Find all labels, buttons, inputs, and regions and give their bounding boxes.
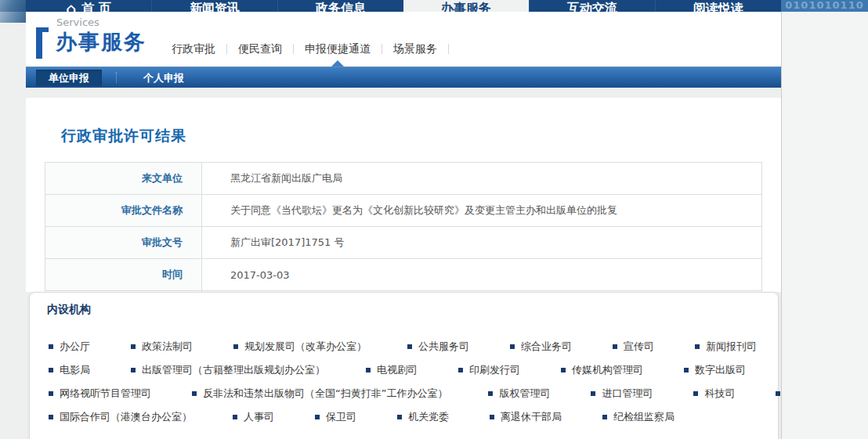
top-nav-item-home[interactable]: ⌂ 首 页	[26, 0, 151, 12]
tab-separator	[226, 44, 227, 54]
bullet-icon	[131, 344, 136, 349]
page-root: ⌂ 首 页 新闻资讯 政务信息 办事服务 互动交流 阅读悦读 010101011…	[0, 0, 868, 439]
org-row: 网络视听节目管理司 反非法和违禁出版物司（全国“扫黄打非”工作办公室） 版权管理…	[49, 382, 765, 405]
org-item[interactable]: 综合业务司	[510, 340, 572, 354]
bullet-icon	[49, 415, 53, 419]
bullet-icon	[49, 391, 53, 396]
bullet-icon	[695, 344, 700, 349]
bullet-icon	[233, 344, 238, 349]
org-item[interactable]: 电视剧司	[366, 363, 418, 377]
section-eyebrow: Services	[56, 16, 99, 28]
row-value: 关于同意《当代歌坛》更名为《文化创新比较研究》及变更主管主办和出版单位的批复	[202, 195, 762, 227]
home-icon: ⌂	[66, 2, 76, 12]
table-row: 审批文件名称 关于同意《当代歌坛》更名为《文化创新比较研究》及变更主管主办和出版…	[45, 195, 762, 227]
bullet-icon	[591, 391, 595, 396]
org-item[interactable]: 新闻报刊司	[695, 340, 757, 354]
top-nav-label: 新闻资讯	[190, 1, 240, 13]
bullet-icon	[366, 368, 371, 372]
row-label: 审批文号	[45, 227, 202, 259]
sub-nav-bar: 单位申报 个人申报	[26, 67, 781, 88]
org-item[interactable]: 国际合作司（港澳台办公室）	[49, 410, 192, 424]
org-item[interactable]: 出版管理司（古籍整理出版规划办公室）	[131, 363, 325, 377]
org-panel: 内设机构 办公厅 政策法制司 规划发展司（改革办公室） 公共服务司 综合业务司 …	[29, 292, 779, 439]
org-item[interactable]: 政策法制司	[131, 340, 193, 354]
section-title: 办事服务	[56, 28, 146, 56]
org-item[interactable]: 数字出版司	[684, 363, 746, 377]
org-item[interactable]: 反非法和违禁出版物司（全国“扫黄打非”工作办公室）	[192, 387, 447, 401]
top-nav-item-news[interactable]: 新闻资讯	[151, 0, 277, 12]
top-nav-label: 阅读悦读	[693, 1, 743, 13]
bullet-icon	[693, 391, 698, 396]
row-value: 黑龙江省新闻出版广电局	[202, 163, 762, 195]
top-nav-items: ⌂ 首 页 新闻资讯 政务信息 办事服务 互动交流 阅读悦读	[26, 0, 781, 12]
org-item[interactable]: 科技司	[693, 387, 735, 401]
top-nav-item-interaction[interactable]: 互动交流	[529, 0, 655, 12]
tab-convenience-query[interactable]: 便民查询	[238, 41, 282, 56]
org-item[interactable]: 保卫司	[315, 410, 356, 424]
banner-edge-decoration	[0, 0, 26, 12]
row-value: 新广出审[2017]1751 号	[202, 227, 762, 259]
bullet-icon	[510, 344, 515, 349]
org-item[interactable]: 人事司	[233, 410, 274, 424]
top-nav: ⌂ 首 页 新闻资讯 政务信息 办事服务 互动交流 阅读悦读 010101011…	[0, 0, 868, 12]
row-label: 时间	[45, 259, 202, 291]
org-list: 办公厅 政策法制司 规划发展司（改革办公室） 公共服务司 综合业务司 宣传司 新…	[49, 335, 765, 429]
bullet-icon	[488, 391, 493, 396]
row-label: 审批文件名称	[45, 195, 202, 227]
right-gutter	[782, 12, 868, 439]
org-item[interactable]: 离退休干部局	[490, 410, 562, 424]
section-tabs: 行政审批 便民查询 申报便捷通道 场景服务	[172, 41, 460, 56]
top-nav-label: 首 页	[81, 1, 111, 13]
org-item[interactable]: 版权管理司	[488, 387, 550, 401]
org-item[interactable]: 公共服务司	[407, 340, 469, 354]
bullet-icon	[131, 368, 136, 372]
org-item[interactable]: 办公厅	[49, 340, 90, 354]
org-row: 办公厅 政策法制司 规划发展司（改革办公室） 公共服务司 综合业务司 宣传司 新…	[49, 335, 765, 358]
org-item[interactable]: 纪检组监察局	[602, 410, 675, 424]
bullet-icon	[407, 344, 412, 349]
org-item[interactable]: 规划发展司（改革办公室）	[233, 340, 367, 354]
tab-declaration-channel[interactable]: 申报便捷通道	[305, 41, 371, 56]
table-row: 来文单位 黑龙江省新闻出版广电局	[45, 163, 762, 195]
bullet-icon	[397, 415, 402, 419]
org-row: 国际合作司（港澳台办公室） 人事司 保卫司 机关党委 离退休干部局 纪检组监察局	[49, 405, 765, 429]
tab-separator	[382, 44, 382, 54]
subnav-item-unit-declare[interactable]: 单位申报	[36, 70, 102, 86]
org-item[interactable]: 宣传司	[613, 340, 654, 354]
table-row: 审批文号 新广出审[2017]1751 号	[45, 227, 762, 259]
org-item[interactable]: 进口管理司	[591, 387, 653, 401]
bullet-icon	[602, 415, 607, 419]
banner-edge-decoration-tail	[0, 12, 26, 23]
page-title: 行政审批许可结果	[61, 126, 186, 146]
bullet-icon	[49, 344, 53, 349]
subnav-item-personal-declare[interactable]: 个人申报	[131, 70, 197, 86]
bullet-icon	[490, 415, 494, 419]
row-value: 2017-03-03	[202, 259, 762, 291]
subnav-separator	[116, 72, 117, 83]
org-item[interactable]: 印刷发行司	[458, 363, 520, 377]
bullet-icon	[49, 368, 53, 372]
top-nav-label: 政务信息	[316, 1, 366, 13]
top-nav-item-gov-info[interactable]: 政务信息	[277, 0, 403, 12]
binary-decoration: 0101010110	[781, 0, 868, 12]
bullet-icon	[233, 415, 237, 419]
result-table: 来文单位 黑龙江省新闻出版广电局 审批文件名称 关于同意《当代歌坛》更名为《文化…	[45, 162, 762, 291]
org-row: 电影局 出版管理司（古籍整理出版规划办公室） 电视剧司 印刷发行司 传媒机构管理…	[49, 358, 765, 382]
org-item[interactable]: 网络视听节目管理司	[49, 387, 151, 401]
org-item[interactable]: 电影局	[49, 363, 90, 377]
bullet-icon	[192, 391, 197, 396]
tab-scenario-services[interactable]: 场景服务	[393, 41, 437, 56]
org-item[interactable]: 机关党委	[397, 410, 449, 424]
org-panel-title: 内设机构	[47, 303, 91, 317]
tab-administrative-approval[interactable]: 行政审批	[172, 41, 215, 56]
table-row: 时间 2017-03-03	[45, 259, 762, 291]
top-nav-item-services[interactable]: 办事服务	[403, 0, 529, 12]
tab-separator	[448, 44, 449, 54]
result-panel: 行政审批许可结果 来文单位 黑龙江省新闻出版广电局 审批文件名称 关于同意《当代…	[26, 98, 781, 292]
bullet-icon	[613, 344, 617, 349]
tab-separator	[293, 44, 294, 54]
bullet-icon	[561, 368, 566, 372]
top-nav-item-reading[interactable]: 阅读悦读	[655, 0, 781, 12]
section-header: Services 办事服务 行政审批 便民查询 申报便捷通道 场景服务	[26, 12, 781, 67]
org-item[interactable]: 传媒机构管理司	[561, 363, 643, 377]
